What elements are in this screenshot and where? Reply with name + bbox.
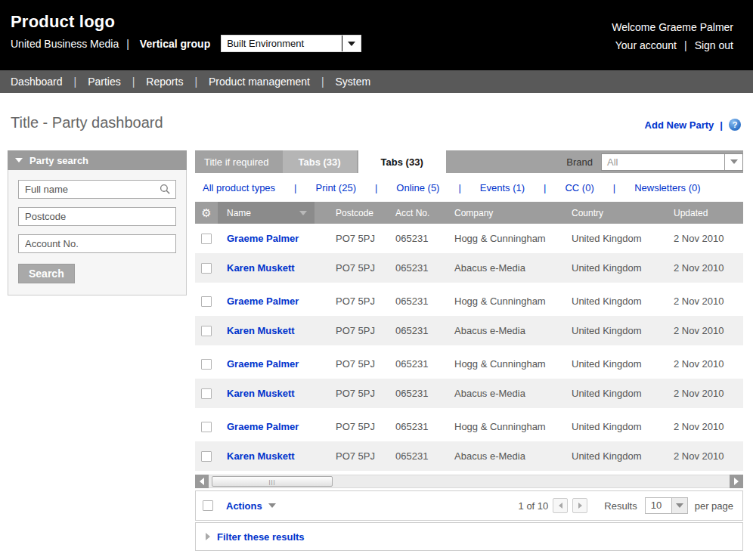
- arrow-left-icon: [559, 503, 562, 509]
- column-header-postcode[interactable]: Postcode: [315, 202, 394, 224]
- row-checkbox[interactable]: [201, 326, 212, 336]
- row-checkbox[interactable]: [201, 388, 212, 399]
- main-nav: DashboardPartiesReportsProduct managemen…: [0, 70, 753, 93]
- chevron-down-icon[interactable]: [671, 498, 687, 513]
- brand-filter: Brand All: [566, 150, 743, 173]
- page-head: Title - Party dashboard Add New Party ?: [0, 93, 753, 150]
- scroll-left-button[interactable]: [195, 475, 209, 488]
- sign-out-link[interactable]: Sign out: [677, 39, 733, 51]
- product-type-link[interactable]: Newsletters (0): [594, 182, 701, 193]
- nav-item[interactable]: Dashboard: [11, 76, 63, 88]
- row-company: Hogg & Cunningham: [454, 421, 572, 432]
- party-name-link[interactable]: Karen Muskett: [227, 262, 295, 274]
- next-page-button[interactable]: [572, 498, 587, 513]
- product-type-filters: All product typesPrint (25)Online (5)Eve…: [195, 173, 743, 202]
- product-type-link[interactable]: All product types: [203, 182, 275, 193]
- table-body: Graeme Palmer PO7 5PJ 065231 Hogg & Cunn…: [195, 224, 743, 471]
- nav-item[interactable]: System: [310, 76, 370, 88]
- chevron-down-icon: [268, 503, 276, 508]
- table-row: Graeme Palmer PO7 5PJ 065231 Hogg & Cunn…: [195, 412, 743, 441]
- postcode-input[interactable]: [18, 207, 176, 226]
- party-search-header[interactable]: Party search: [8, 150, 187, 170]
- horizontal-scrollbar[interactable]: |||: [195, 475, 743, 488]
- nav-item[interactable]: Reports: [121, 76, 184, 88]
- party-name-link[interactable]: Graeme Palmer: [227, 295, 299, 307]
- table-header: ⚙ Name Postcode Acct No. Company Country…: [195, 202, 743, 224]
- row-company: Abacus e-Media: [454, 388, 572, 399]
- brand-select[interactable]: All: [601, 153, 743, 171]
- tab-strip: Title if required Tabs (33) Tabs (33) Br…: [195, 150, 743, 173]
- column-header-updated[interactable]: Updated: [674, 202, 743, 224]
- row-updated: 2 Nov 2010: [674, 450, 743, 462]
- add-new-party-link[interactable]: Add New Party: [645, 119, 729, 131]
- table-row: Karen Muskett PO7 5PJ 065231 Abacus e-Me…: [195, 441, 743, 471]
- chevron-down-icon[interactable]: [724, 154, 742, 170]
- product-type-link[interactable]: CC (0): [525, 182, 594, 193]
- actions-menu-button[interactable]: Actions: [226, 500, 262, 512]
- sort-desc-icon: [299, 211, 307, 215]
- results-label: Results: [604, 500, 637, 512]
- vertical-group-value: Built Environment: [222, 36, 342, 51]
- party-name-link[interactable]: Graeme Palmer: [227, 358, 299, 370]
- row-acct-no: 065231: [394, 325, 454, 336]
- party-name-link[interactable]: Graeme Palmer: [227, 233, 299, 244]
- arrow-left-icon: [200, 478, 204, 485]
- per-page-select[interactable]: 10: [645, 497, 688, 514]
- party-dashboard-app: Product logo United Business Media Verti…: [0, 0, 753, 560]
- row-checkbox[interactable]: [201, 451, 212, 462]
- search-button[interactable]: Search: [18, 264, 75, 283]
- row-checkbox[interactable]: [201, 359, 212, 370]
- row-updated: 2 Nov 2010: [674, 233, 743, 244]
- vertical-group-select[interactable]: Built Environment: [221, 35, 361, 52]
- row-checkbox[interactable]: [201, 234, 212, 244]
- full-name-input[interactable]: [18, 180, 176, 199]
- column-header-country[interactable]: Country: [572, 202, 674, 224]
- full-name-field-wrap: [18, 180, 176, 199]
- prev-page-button[interactable]: [553, 498, 568, 513]
- row-checkbox[interactable]: [201, 263, 212, 274]
- row-postcode: PO7 5PJ: [315, 450, 394, 462]
- select-all-checkbox[interactable]: [203, 500, 213, 511]
- party-name-link[interactable]: Graeme Palmer: [227, 421, 299, 432]
- main-panel: Title if required Tabs (33) Tabs (33) Br…: [195, 150, 743, 551]
- filter-results-box: Filter these results: [195, 522, 743, 551]
- row-checkbox[interactable]: [201, 296, 212, 307]
- row-updated: 2 Nov 2010: [674, 262, 743, 274]
- help-icon[interactable]: ?: [729, 119, 741, 131]
- row-country: United Kingdom: [572, 233, 674, 244]
- column-header-company[interactable]: Company: [454, 202, 572, 224]
- nav-item[interactable]: Product management: [183, 76, 310, 88]
- party-name-link[interactable]: Karen Muskett: [227, 325, 295, 336]
- column-header-name[interactable]: Name: [218, 202, 315, 224]
- tab-inactive[interactable]: Tabs (33): [283, 150, 357, 173]
- scroll-right-button[interactable]: [730, 475, 743, 488]
- search-icon[interactable]: [160, 184, 171, 195]
- your-account-link[interactable]: Your account: [615, 39, 677, 51]
- product-type-link[interactable]: Events (1): [439, 182, 525, 193]
- row-checkbox[interactable]: [201, 422, 212, 432]
- party-name-link[interactable]: Karen Muskett: [227, 388, 295, 399]
- row-company: Hogg & Cunningham: [454, 295, 572, 307]
- scrollbar-thumb[interactable]: |||: [212, 476, 333, 487]
- row-country: United Kingdom: [572, 262, 674, 274]
- table-row: Graeme Palmer PO7 5PJ 065231 Hogg & Cunn…: [195, 286, 743, 316]
- product-type-link[interactable]: Print (25): [275, 182, 356, 193]
- product-type-link[interactable]: Online (5): [356, 182, 439, 193]
- filter-these-results-link[interactable]: Filter these results: [217, 531, 305, 543]
- row-company: Hogg & Cunningham: [454, 233, 572, 244]
- party-name-link[interactable]: Karen Muskett: [227, 450, 295, 462]
- row-acct-no: 065231: [394, 421, 454, 432]
- welcome-text: Welcome Graeme Palmer: [612, 18, 733, 36]
- company-name: United Business Media: [11, 38, 140, 50]
- tab-active[interactable]: Tabs (33): [358, 150, 446, 173]
- table-row: Karen Muskett PO7 5PJ 065231 Abacus e-Me…: [195, 316, 743, 345]
- collapse-arrow-icon: [15, 158, 23, 162]
- column-header-acct-no[interactable]: Acct No.: [394, 202, 454, 224]
- account-no-input[interactable]: [18, 234, 176, 253]
- gear-icon[interactable]: ⚙: [201, 207, 211, 218]
- row-postcode: PO7 5PJ: [315, 262, 394, 274]
- nav-item[interactable]: Parties: [63, 76, 121, 88]
- chevron-down-icon[interactable]: [342, 36, 361, 51]
- row-country: United Kingdom: [572, 295, 674, 307]
- row-updated: 2 Nov 2010: [674, 421, 743, 432]
